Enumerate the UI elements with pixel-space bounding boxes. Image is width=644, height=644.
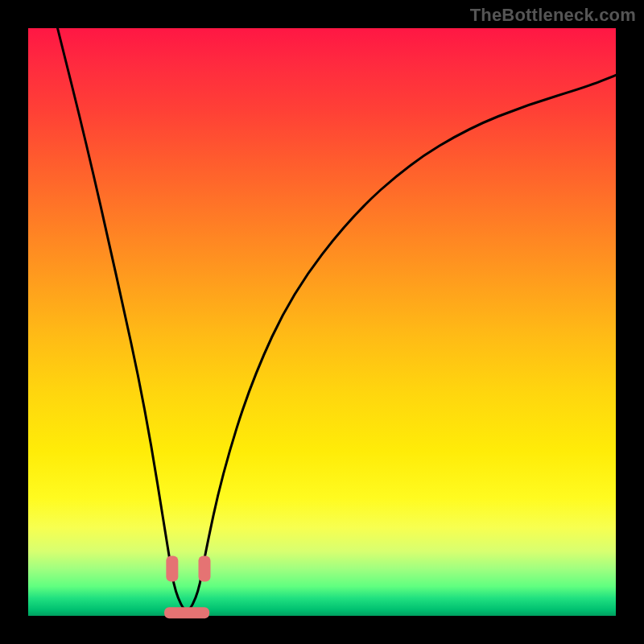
- left-shoulder-marker: [166, 556, 178, 582]
- watermark-text: TheBottleneck.com: [470, 5, 636, 26]
- bottleneck-curve: [28, 28, 616, 616]
- chart-frame: TheBottleneck.com: [0, 0, 644, 644]
- trough-marker: [164, 607, 209, 618]
- right-shoulder-marker: [199, 556, 211, 582]
- curve-path: [58, 28, 617, 610]
- plot-area: [28, 28, 616, 616]
